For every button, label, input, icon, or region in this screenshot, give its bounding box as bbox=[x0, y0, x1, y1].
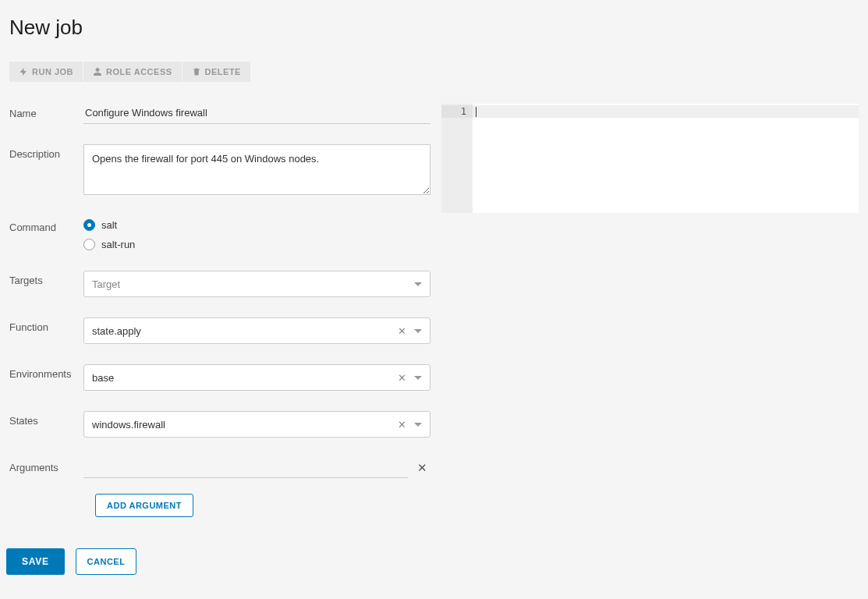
radio-salt-label: salt bbox=[101, 219, 117, 231]
radio-salt[interactable]: salt bbox=[83, 219, 430, 231]
function-label: Function bbox=[9, 317, 83, 333]
line-number: 1 bbox=[441, 105, 473, 118]
environments-label: Environments bbox=[9, 364, 83, 380]
page-title: New job bbox=[9, 16, 859, 40]
command-label: Command bbox=[9, 218, 83, 233]
function-select[interactable]: state.apply ✕ bbox=[83, 317, 430, 344]
run-job-button[interactable]: RUN JOB bbox=[9, 62, 83, 82]
chevron-down-icon bbox=[414, 423, 422, 427]
toolbar: RUN JOB ROLE ACCESS DELETE bbox=[9, 62, 859, 82]
users-icon bbox=[93, 67, 102, 76]
states-value: windows.firewall bbox=[92, 419, 165, 431]
radio-icon bbox=[83, 239, 95, 250]
targets-placeholder: Target bbox=[92, 278, 120, 290]
remove-argument-icon[interactable]: ✕ bbox=[414, 461, 430, 475]
radio-icon bbox=[83, 219, 95, 231]
argument-input[interactable] bbox=[83, 458, 408, 478]
targets-label: Targets bbox=[9, 271, 83, 286]
radio-salt-run[interactable]: salt-run bbox=[83, 239, 430, 250]
function-value: state.apply bbox=[92, 325, 141, 337]
trash-icon bbox=[192, 67, 201, 76]
save-button[interactable]: SAVE bbox=[6, 548, 65, 575]
role-access-label: ROLE ACCESS bbox=[106, 67, 172, 76]
clear-icon[interactable]: ✕ bbox=[398, 420, 406, 430]
chevron-down-icon bbox=[414, 282, 422, 286]
run-job-label: RUN JOB bbox=[32, 67, 73, 76]
targets-select[interactable]: Target bbox=[83, 271, 430, 297]
add-argument-button[interactable]: ADD ARGUMENT bbox=[95, 494, 193, 517]
chevron-down-icon bbox=[414, 376, 422, 380]
environments-value: base bbox=[92, 372, 114, 384]
command-radio-group: salt salt-run bbox=[83, 218, 430, 250]
clear-icon[interactable]: ✕ bbox=[398, 373, 406, 383]
name-input[interactable] bbox=[83, 104, 430, 124]
description-label: Description bbox=[9, 144, 83, 160]
role-access-button[interactable]: ROLE ACCESS bbox=[83, 62, 182, 82]
states-select[interactable]: windows.firewall ✕ bbox=[83, 411, 430, 438]
code-editor[interactable]: 1 bbox=[441, 104, 859, 213]
delete-button[interactable]: DELETE bbox=[182, 62, 250, 82]
cancel-button[interactable]: CANCEL bbox=[76, 548, 137, 575]
lightning-icon bbox=[19, 67, 28, 76]
editor-gutter: 1 bbox=[441, 104, 473, 213]
environments-select[interactable]: base ✕ bbox=[83, 364, 430, 391]
clear-icon[interactable]: ✕ bbox=[398, 326, 406, 336]
editor-content[interactable] bbox=[473, 104, 859, 213]
radio-salt-run-label: salt-run bbox=[101, 239, 135, 250]
name-label: Name bbox=[9, 104, 83, 119]
description-textarea[interactable]: Opens the firewall for port 445 on Windo… bbox=[83, 144, 430, 195]
chevron-down-icon bbox=[414, 329, 422, 333]
cursor-icon bbox=[476, 107, 477, 117]
states-label: States bbox=[9, 411, 83, 427]
arguments-label: Arguments bbox=[9, 458, 83, 473]
delete-label: DELETE bbox=[205, 67, 241, 76]
